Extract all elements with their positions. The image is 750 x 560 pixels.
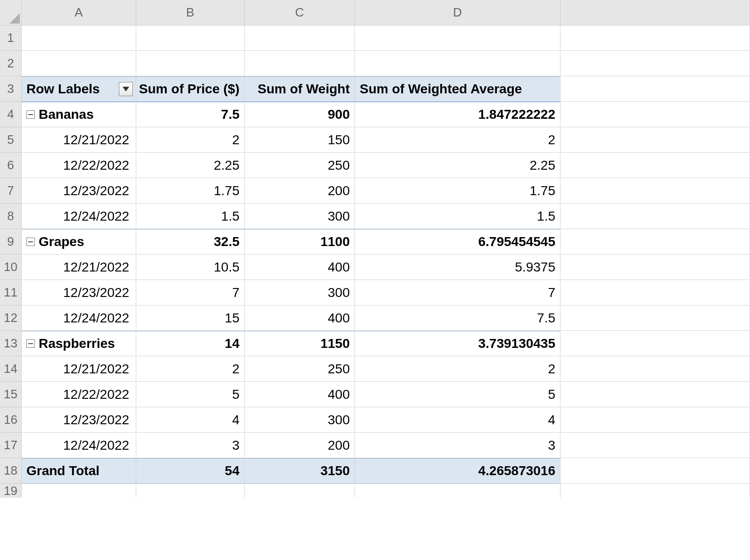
collapse-icon[interactable] [26,110,35,119]
row-header[interactable]: 1 [0,25,22,51]
cell-e10[interactable] [560,255,750,280]
pivot-subrow-weight[interactable]: 400 [245,305,355,331]
cell-b1[interactable] [136,25,245,51]
pivot-subrow-label[interactable]: 12/22/2022 [22,382,136,407]
pivot-subrow-wavg[interactable]: 1.75 [355,178,560,204]
cell-c2[interactable] [245,51,355,76]
pivot-subrow-price[interactable]: 2 [136,356,245,382]
pivot-group-wavg[interactable]: 1.847222222 [355,102,560,127]
cell-e1[interactable] [560,25,750,51]
cell-e9[interactable] [560,229,750,255]
row-header[interactable]: 11 [0,280,22,305]
pivot-subrow-wavg[interactable]: 3 [355,433,560,458]
pivot-subrow-wavg[interactable]: 7.5 [355,305,560,331]
pivot-subrow-wavg[interactable]: 5.9375 [355,255,560,280]
pivot-subrow-weight[interactable]: 300 [245,407,355,433]
row-header[interactable]: 2 [0,51,22,76]
pivot-subrow-wavg[interactable]: 2 [355,127,560,153]
pivot-subrow-label[interactable]: 12/22/2022 [22,153,136,178]
pivot-subrow-weight[interactable]: 200 [245,433,355,458]
pivot-price-header[interactable]: Sum of Price ($) [136,76,245,102]
collapse-icon[interactable] [26,339,35,348]
row-header[interactable]: 16 [0,407,22,433]
cell-a1[interactable] [22,25,136,51]
cell-e14[interactable] [560,356,750,382]
pivot-subrow-wavg[interactable]: 1.5 [355,204,560,229]
pivot-subrow-price[interactable]: 10.5 [136,255,245,280]
cell-a19[interactable] [22,484,136,498]
pivot-grandtotal-price[interactable]: 54 [136,458,245,484]
cell-d19[interactable] [355,484,560,498]
cell-e17[interactable] [560,433,750,458]
row-header[interactable]: 5 [0,127,22,153]
cell-b19[interactable] [136,484,245,498]
cell-e16[interactable] [560,407,750,433]
pivot-subrow-price[interactable]: 3 [136,433,245,458]
row-header[interactable]: 3 [0,76,22,102]
pivot-subrow-price[interactable]: 15 [136,305,245,331]
pivot-subrow-price[interactable]: 4 [136,407,245,433]
collapse-icon[interactable] [26,238,35,246]
pivot-subrow-wavg[interactable]: 2.25 [355,153,560,178]
pivot-subrow-label[interactable]: 12/21/2022 [22,356,136,382]
pivot-subrow-wavg[interactable]: 2 [355,356,560,382]
pivot-subrow-weight[interactable]: 250 [245,153,355,178]
cell-b2[interactable] [136,51,245,76]
pivot-group-wavg[interactable]: 3.739130435 [355,331,560,356]
filter-dropdown-button[interactable] [119,82,133,96]
pivot-subrow-price[interactable]: 2.25 [136,153,245,178]
pivot-subrow-label[interactable]: 12/24/2022 [22,305,136,331]
pivot-subrow-weight[interactable]: 400 [245,255,355,280]
pivot-group-weight[interactable]: 900 [245,102,355,127]
pivot-subrow-label[interactable]: 12/21/2022 [22,255,136,280]
pivot-subrow-weight[interactable]: 200 [245,178,355,204]
row-header[interactable]: 10 [0,255,22,280]
pivot-subrow-label[interactable]: 12/23/2022 [22,178,136,204]
pivot-subrow-weight[interactable]: 300 [245,280,355,305]
cell-e7[interactable] [560,178,750,204]
col-header-d[interactable]: D [355,0,560,25]
col-header-a[interactable]: A [22,0,136,25]
row-header[interactable]: 12 [0,305,22,331]
pivot-group-weight[interactable]: 1150 [245,331,355,356]
row-header[interactable]: 19 [0,484,22,498]
pivot-subrow-weight[interactable]: 300 [245,204,355,229]
pivot-weight-header[interactable]: Sum of Weight [245,76,355,102]
cell-e19[interactable] [560,484,750,498]
pivot-group-label[interactable]: Grapes [22,229,136,255]
cell-e11[interactable] [560,280,750,305]
pivot-subrow-wavg[interactable]: 7 [355,280,560,305]
select-all-corner[interactable] [0,0,22,25]
cell-e4[interactable] [560,102,750,127]
pivot-subrow-weight[interactable]: 150 [245,127,355,153]
cell-e18[interactable] [560,458,750,484]
cell-e12[interactable] [560,305,750,331]
pivot-subrow-price[interactable]: 1.5 [136,204,245,229]
cell-e15[interactable] [560,382,750,407]
cell-e3[interactable] [560,76,750,102]
pivot-rowlabels-header[interactable]: Row Labels [22,76,136,102]
row-header[interactable]: 7 [0,178,22,204]
pivot-subrow-label[interactable]: 12/23/2022 [22,407,136,433]
pivot-subrow-label[interactable]: 12/21/2022 [22,127,136,153]
cell-e2[interactable] [560,51,750,76]
col-header-c[interactable]: C [245,0,355,25]
pivot-grandtotal-label[interactable]: Grand Total [22,458,136,484]
pivot-group-price[interactable]: 14 [136,331,245,356]
row-header[interactable]: 15 [0,382,22,407]
pivot-group-label[interactable]: Raspberries [22,331,136,356]
pivot-subrow-weight[interactable]: 400 [245,382,355,407]
row-header[interactable]: 6 [0,153,22,178]
cell-c1[interactable] [245,25,355,51]
pivot-subrow-label[interactable]: 12/24/2022 [22,433,136,458]
row-header[interactable]: 17 [0,433,22,458]
cell-e6[interactable] [560,153,750,178]
pivot-group-label[interactable]: Bananas [22,102,136,127]
spreadsheet-grid[interactable]: A B C D 1 2 3 Row Labels Sum of Price ($… [0,0,750,484]
cell-d1[interactable] [355,25,560,51]
pivot-group-wavg[interactable]: 6.795454545 [355,229,560,255]
pivot-subrow-wavg[interactable]: 5 [355,382,560,407]
cell-c19[interactable] [245,484,355,498]
pivot-subrow-price[interactable]: 7 [136,280,245,305]
row-header[interactable]: 4 [0,102,22,127]
